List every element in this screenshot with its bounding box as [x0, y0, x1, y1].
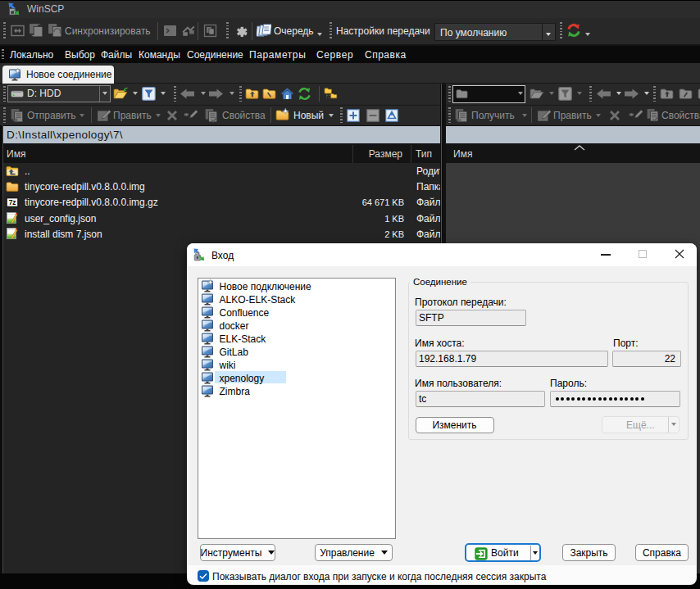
svg-text:7z: 7z: [9, 199, 16, 206]
